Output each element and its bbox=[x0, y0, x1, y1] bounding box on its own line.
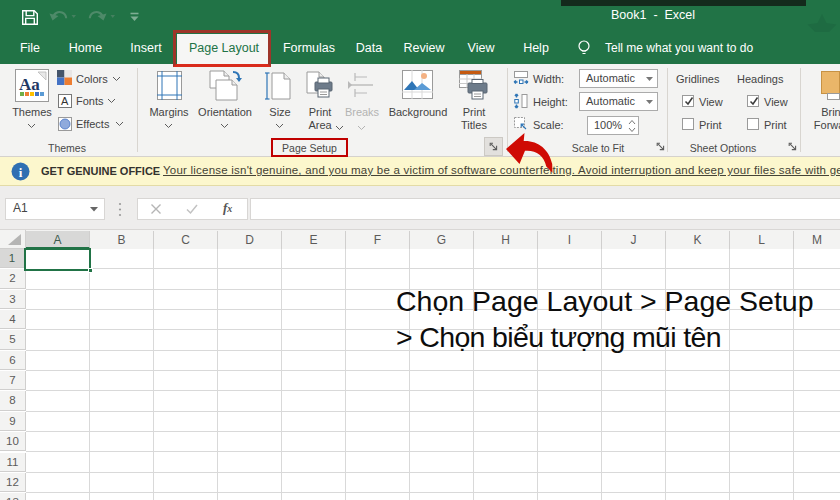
svg-text:A: A bbox=[61, 95, 69, 107]
svg-text:i: i bbox=[19, 165, 23, 180]
svg-text:Aa: Aa bbox=[19, 75, 40, 94]
